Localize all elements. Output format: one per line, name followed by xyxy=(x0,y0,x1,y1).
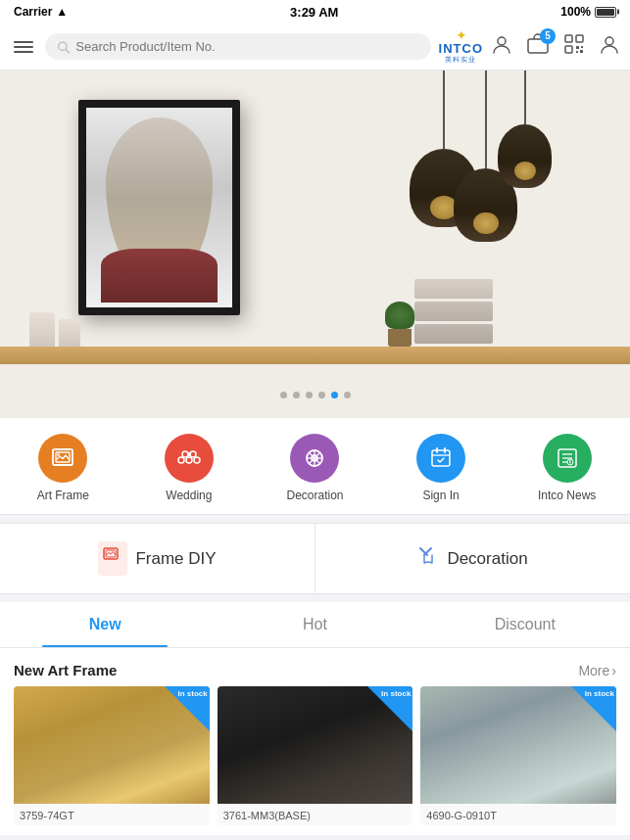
svg-rect-9 xyxy=(576,51,578,53)
art-frame-icon-circle xyxy=(38,434,87,483)
tab-hot[interactable]: Hot xyxy=(210,602,419,647)
carrier-label: Carrier xyxy=(14,5,52,19)
canister-2 xyxy=(59,319,80,347)
tab-discount-label: Discount xyxy=(495,616,556,632)
category-art-frame[interactable]: Art Frame xyxy=(24,434,102,502)
nav-bar: ✦ INTCO 英科实业 5 xyxy=(0,23,630,70)
towel-1 xyxy=(414,279,493,299)
product-code-3: 4690-G-0910T xyxy=(420,804,616,825)
marilyn-dress xyxy=(101,249,218,303)
shelf-decoration xyxy=(0,347,630,364)
tab-hot-label: Hot xyxy=(303,616,327,632)
logo-rays: ✦ xyxy=(456,28,466,42)
towel-3 xyxy=(414,324,493,344)
status-time: 3:29 AM xyxy=(290,5,338,20)
svg-rect-4 xyxy=(565,35,572,42)
status-right: 100% xyxy=(560,5,616,19)
dot-5-active[interactable] xyxy=(331,392,338,398)
nav-icons: 5 xyxy=(491,33,620,61)
product-code-2: 3761-MM3(BASE) xyxy=(218,804,413,825)
svg-rect-27 xyxy=(432,450,450,466)
profile-icon[interactable] xyxy=(599,33,620,61)
product-card-2[interactable]: In stock 3761-MM3(BASE) xyxy=(218,686,413,825)
product-code-1: 3759-74GT xyxy=(14,804,210,825)
canister-1 xyxy=(29,312,55,347)
sign-in-icon-circle xyxy=(416,434,465,483)
svg-point-18 xyxy=(178,457,184,463)
svg-point-37 xyxy=(569,463,570,464)
frame-outer xyxy=(78,100,240,315)
intco-logo: ✦ INTCO 英科实业 xyxy=(439,28,483,65)
intco-news-label: Intco News xyxy=(538,489,596,502)
more-chevron-icon: › xyxy=(611,663,616,678)
product-img-2: In stock xyxy=(218,686,413,804)
decoration-quick-icon xyxy=(417,545,439,572)
svg-point-17 xyxy=(186,457,192,463)
hero-banner xyxy=(0,70,630,418)
more-link[interactable]: More › xyxy=(578,663,616,678)
shelf-items xyxy=(29,312,80,347)
hamburger-line1 xyxy=(14,41,33,43)
categories-row: Art Frame Wedding Deco xyxy=(0,418,630,515)
cart-badge: 5 xyxy=(540,28,556,44)
quick-link-decoration[interactable]: Decoration xyxy=(315,524,630,593)
user-account-icon[interactable] xyxy=(491,33,512,61)
decoration-label: Decoration xyxy=(286,489,343,502)
intco-news-icon-circle xyxy=(543,434,592,483)
banner-dots xyxy=(280,392,351,398)
plant-leaves xyxy=(385,302,414,329)
logo-text: INTCO xyxy=(439,42,483,55)
cart-icon[interactable]: 5 xyxy=(526,33,550,61)
svg-point-19 xyxy=(194,457,200,463)
marilyn-art xyxy=(86,108,232,307)
section-header: New Art Frame More › xyxy=(0,648,630,686)
svg-rect-10 xyxy=(580,50,583,53)
svg-rect-6 xyxy=(565,46,572,53)
art-frame-label: Art Frame xyxy=(37,489,89,502)
tab-new[interactable]: New xyxy=(0,602,210,647)
category-wedding[interactable]: Wedding xyxy=(150,434,228,502)
dot-2[interactable] xyxy=(293,392,300,398)
quick-links: Frame DIY Decoration xyxy=(0,523,630,594)
sign-in-label: Sign In xyxy=(422,489,459,502)
product-card-3[interactable]: In stock 4690-G-0910T xyxy=(420,686,616,825)
product-grid: In stock 3759-74GT In stock 3761-MM3(BAS… xyxy=(0,686,630,835)
more-label: More xyxy=(578,663,609,678)
svg-line-1 xyxy=(66,49,69,52)
dot-3[interactable] xyxy=(306,392,313,398)
svg-rect-7 xyxy=(576,46,579,49)
status-left: Carrier ▲ xyxy=(14,5,68,19)
dot-1[interactable] xyxy=(280,392,287,398)
tab-new-label: New xyxy=(89,616,121,632)
product-card-1[interactable]: In stock 3759-74GT xyxy=(14,686,210,825)
dot-4[interactable] xyxy=(318,392,325,398)
search-bar[interactable] xyxy=(45,33,431,60)
frame-diy-icon xyxy=(98,541,127,576)
category-sign-in[interactable]: Sign In xyxy=(402,434,480,502)
decoration-icon-circle xyxy=(290,434,339,483)
search-icon xyxy=(57,40,70,54)
svg-rect-8 xyxy=(581,46,583,48)
wedding-icon-circle xyxy=(165,434,214,483)
quick-link-frame-diy[interactable]: Frame DIY xyxy=(0,524,315,593)
tabs-container: New Hot Discount xyxy=(0,602,630,648)
tab-discount[interactable]: Discount xyxy=(420,602,630,647)
battery-label: 100% xyxy=(560,5,591,19)
towel-2 xyxy=(414,302,493,321)
hamburger-menu[interactable] xyxy=(10,37,37,57)
svg-point-11 xyxy=(606,37,613,45)
frame-mat xyxy=(86,108,232,307)
category-decoration[interactable]: Decoration xyxy=(275,434,354,502)
category-intco-news[interactable]: Intco News xyxy=(528,434,606,502)
hamburger-line2 xyxy=(14,46,33,48)
hero-frame xyxy=(78,100,240,315)
stock-badge-text-3: In stock xyxy=(585,690,614,699)
svg-rect-5 xyxy=(576,35,583,42)
scan-icon[interactable] xyxy=(563,33,585,61)
search-input[interactable] xyxy=(75,39,418,54)
dot-6[interactable] xyxy=(344,392,351,398)
svg-point-20 xyxy=(187,452,191,456)
product-img-3: In stock xyxy=(420,686,616,804)
pendant-light-3 xyxy=(498,70,552,188)
plant-pot xyxy=(385,302,414,347)
